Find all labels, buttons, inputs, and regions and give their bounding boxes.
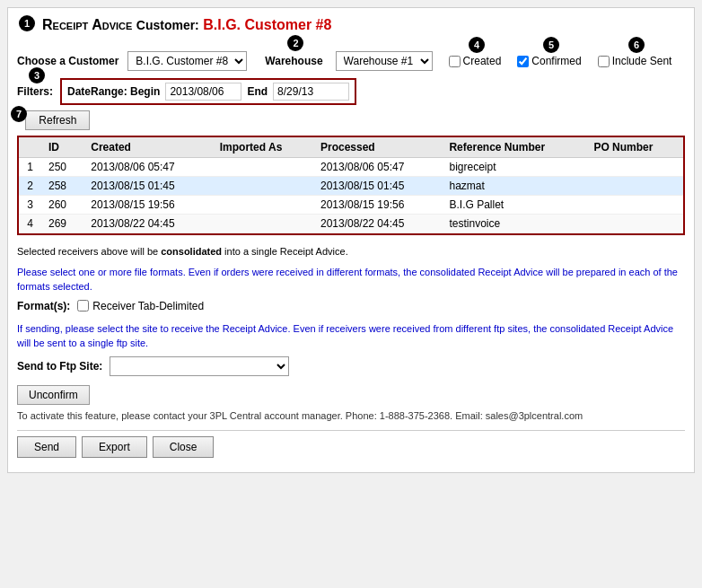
ftp-select[interactable] [110, 356, 289, 376]
refresh-row: 7 Refresh [17, 110, 685, 130]
divider [17, 430, 685, 431]
title-row: 1 Receipt Advice Customer: B.I.G. Custom… [17, 17, 685, 42]
table-cell-6 [586, 177, 683, 196]
unconfirm-button[interactable]: Unconfirm [17, 385, 90, 405]
callout-2: 2 [287, 35, 303, 51]
table-cell-6 [586, 196, 683, 215]
ftp-row: Send to Ftp Site: [17, 356, 685, 376]
include-sent-checkbox-label[interactable]: Include Sent [598, 55, 672, 67]
col-imported: Imported As [213, 137, 313, 158]
action-buttons: Send Export Close [17, 436, 685, 458]
created-checkbox[interactable] [449, 56, 461, 67]
callout-7: 7 [11, 106, 27, 122]
table-cell-5: bigreceipt [442, 158, 586, 177]
col-po: PO Number [586, 137, 683, 158]
table-cell-4: 2013/08/06 05:47 [313, 158, 443, 177]
info-text-2: Please select one or more file formats. … [17, 265, 685, 294]
receipt-table: ID Created Imported As Processed Referen… [19, 137, 683, 233]
callout-5: 5 [543, 37, 559, 53]
table-cell-1: 269 [41, 215, 83, 233]
table-cell-2: 2013/08/15 01:45 [83, 177, 213, 196]
warehouse-select[interactable]: Warehouse #1 [336, 51, 433, 71]
checkbox-group: 4 Created 5 Confirmed 6 Include Sent [449, 55, 672, 67]
table-cell-5: testinvoice [442, 215, 586, 233]
table-cell-4: 2013/08/15 19:56 [313, 196, 443, 215]
table-cell-1: 250 [41, 158, 83, 177]
date-begin-input[interactable]: 2013/08/06 [165, 83, 241, 101]
table-cell-1: 258 [41, 177, 83, 196]
callout-4: 4 [469, 37, 485, 53]
close-button[interactable]: Close [153, 436, 215, 458]
table-cell-3 [213, 215, 313, 233]
confirmed-checkbox[interactable] [517, 56, 529, 67]
table-cell-0: 4 [19, 215, 41, 233]
filters-label: Filters: [17, 85, 53, 98]
table-header-row: ID Created Imported As Processed Referen… [19, 137, 683, 158]
table-cell-6 [586, 215, 683, 233]
controls-row: Choose a Customer B.I.G. Customer #8 2 W… [17, 51, 685, 71]
date-range-label: DateRange: Begin [67, 85, 160, 98]
ftp-label: Send to Ftp Site: [17, 360, 102, 373]
customer-select[interactable]: B.I.G. Customer #8 [127, 51, 247, 71]
table-cell-2: 2013/08/22 04:45 [83, 215, 213, 233]
date-end-input[interactable]: 8/29/13 [273, 83, 349, 101]
col-num [19, 137, 41, 158]
send-button[interactable]: Send [17, 436, 76, 458]
table-cell-5: B.I.G Pallet [442, 196, 586, 215]
page-title: Receipt Advice Customer: B.I.G. Customer… [42, 17, 331, 33]
date-end-label: End [247, 85, 268, 98]
include-sent-checkbox[interactable] [598, 56, 610, 67]
customer-label: Choose a Customer [17, 55, 118, 67]
info-text-1: Selected receivers above will be consoli… [17, 244, 685, 259]
table-cell-3 [213, 196, 313, 215]
col-id: ID [41, 137, 83, 158]
title-customer-name: B.I.G. Customer #8 [203, 17, 331, 32]
table-cell-1: 260 [41, 196, 83, 215]
table-cell-0: 1 [19, 158, 41, 177]
callout-1: 1 [19, 15, 35, 31]
table-cell-0: 2 [19, 177, 41, 196]
page-container: 1 Receipt Advice Customer: B.I.G. Custom… [7, 7, 695, 473]
title-customer-label: Customer: [136, 18, 199, 32]
refresh-button[interactable]: Refresh [25, 110, 90, 130]
format-label: Receiver Tab-Delimited [92, 300, 204, 312]
table-row[interactable]: 12502013/08/06 05:472013/08/06 05:47bigr… [19, 158, 683, 177]
table-cell-6 [586, 158, 683, 177]
formats-row: Format(s): Receiver Tab-Delimited [17, 300, 685, 312]
col-processed: Processed [313, 137, 443, 158]
table-cell-3 [213, 158, 313, 177]
warehouse-label: Warehouse [265, 55, 322, 67]
callout-3: 3 [29, 67, 45, 83]
created-checkbox-label[interactable]: Created [449, 55, 502, 67]
filter-box: DateRange: Begin 2013/08/06 End 8/29/13 [60, 78, 356, 105]
format-checkbox[interactable] [77, 300, 89, 312]
title-prefix: Receipt Advice [42, 17, 132, 32]
info-text-3: If sending, please select the site to re… [17, 321, 685, 351]
table-row[interactable]: 32602013/08/15 19:562013/08/15 19:56B.I.… [19, 196, 683, 215]
activation-text: To activate this feature, please contact… [17, 410, 685, 421]
table-cell-3 [213, 177, 313, 196]
table-cell-5: hazmat [442, 177, 586, 196]
table-cell-2: 2013/08/06 05:47 [83, 158, 213, 177]
data-table-wrapper: ID Created Imported As Processed Referen… [17, 136, 685, 235]
table-cell-2: 2013/08/15 19:56 [83, 196, 213, 215]
filter-row: 3 Filters: DateRange: Begin 2013/08/06 E… [17, 78, 685, 105]
table-cell-4: 2013/08/15 01:45 [313, 177, 443, 196]
callout-6: 6 [628, 37, 645, 53]
table-row[interactable]: 22582013/08/15 01:452013/08/15 01:45hazm… [19, 177, 683, 196]
format-option: Receiver Tab-Delimited [77, 300, 204, 312]
formats-label: Format(s): [17, 300, 70, 312]
table-row[interactable]: 42692013/08/22 04:452013/08/22 04:45test… [19, 215, 683, 233]
table-cell-0: 3 [19, 196, 41, 215]
confirmed-checkbox-label[interactable]: Confirmed [517, 55, 581, 67]
table-cell-4: 2013/08/22 04:45 [313, 215, 443, 233]
col-created: Created [83, 137, 213, 158]
export-button[interactable]: Export [82, 436, 147, 458]
col-reference: Reference Number [442, 137, 586, 158]
